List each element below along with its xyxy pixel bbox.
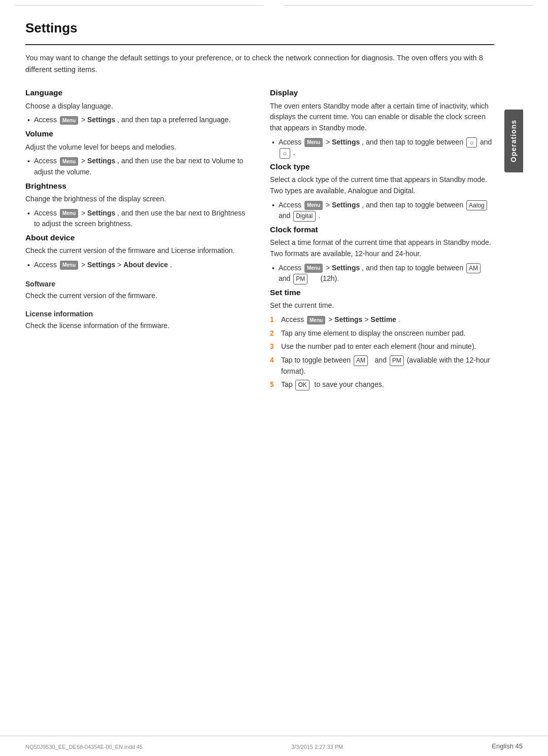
keyword-settings: Settings [87,116,115,124]
icon-am: AM [466,263,481,274]
number-5: 5 [270,379,277,390]
bullet-text-clock-type: Access Menu > Settings , and then tap to… [279,200,494,222]
number-2: 2 [270,328,277,339]
icon-ok: OK [295,380,309,390]
number-3: 3 [270,341,277,352]
page-wrapper: Settings You may want to change the defa… [0,0,548,756]
footer-right-text: English 45 [492,741,523,751]
numbered-item-4: 4 Tap to toggle between AM and PM (avali… [270,355,494,377]
numbered-item-3: 3 Use the number pad to enter each eleme… [270,341,494,352]
section-title-volume: Volume [25,128,250,139]
section-title-brightness: Brightness [25,180,250,192]
bullet-dot-volume: • [27,156,30,167]
keyword-settings-display: Settings [332,138,360,146]
sub-section-software: Software Check the current version of th… [25,279,250,302]
section-desc-brightness: Change the brightness of the display scr… [25,194,250,205]
section-about-device: About device Check the current version o… [25,232,250,271]
section-set-time: Set time Set the current time. 1 Access … [270,286,494,390]
col-left: Language Choose a display language. • Ac… [25,87,250,393]
left-content: Settings You may want to change the defa… [25,8,504,721]
main-content: Settings You may want to change the defa… [0,8,548,721]
keyword-settings-brightness: Settings [87,209,115,217]
keyword-settings-about: Settings [87,261,115,269]
section-language: Language Choose a display language. • Ac… [25,87,250,126]
sub-section-label-license: License information [25,309,250,319]
section-volume: Volume Adjust the volume level for beeps… [25,128,250,177]
section-title-about: About device [25,232,250,243]
section-title-clock-type: Clock type [270,161,494,172]
section-title-clock-format: Clock format [270,224,494,235]
sub-section-text-software: Check the current version of the firmwar… [25,291,250,302]
number-1: 1 [270,314,277,325]
menu-icon-volume: Menu [60,157,78,166]
bullet-clock-type: • Access Menu > Settings , and then tap … [270,200,494,222]
section-desc-about: Check the current version of the firmwar… [25,245,250,257]
bullet-text-brightness: Access Menu > Settings , and then use th… [34,208,250,230]
menu-icon-clock-format: Menu [304,264,323,273]
numbered-item-2: 2 Tap any time element to display the on… [270,328,494,339]
top-decorative-lines [0,5,548,6]
numbered-text-4: Tap to toggle between AM and PM (avaliab… [281,355,494,377]
numbered-text-5: Tap OK to save your changes. [281,379,384,390]
menu-icon-clock-type: Menu [304,201,323,210]
icon-sun2: ☼ [280,148,290,159]
section-brightness: Brightness Change the brightness of the … [25,180,250,230]
section-desc-clock-type: Select a clock type of the current time … [270,174,494,196]
bullet-dot-display: • [272,137,275,148]
section-clock-type: Clock type Select a clock type of the cu… [270,161,494,222]
bullet-volume: • Access Menu > Settings , and then use … [25,156,250,177]
bullet-clock-format: • Access Menu > Settings , and then tap … [270,263,494,284]
two-columns-layout: Language Choose a display language. • Ac… [25,87,494,393]
numbered-list-set-time: 1 Access Menu > Settings > Settime . 2 T… [270,314,494,390]
numbered-item-5: 5 Tap OK to save your changes. [270,379,494,390]
menu-icon-display: Menu [304,138,323,147]
footer-timestamp: 3/3/2015 2:27:33 PM [291,743,343,751]
section-desc-volume: Adjust the volume level for beeps and me… [25,142,250,153]
keyword-settime: Settime [370,315,396,323]
section-title-display: Display [270,87,494,98]
bullet-dot-about: • [27,260,30,271]
numbered-item-1: 1 Access Menu > Settings > Settime . [270,314,494,326]
section-desc-language: Choose a display language. [25,101,250,112]
icon-pm-settime: PM [390,355,404,366]
numbered-text-1: Access Menu > Settings > Settime . [281,314,400,326]
bullet-text-clock-format: Access Menu > Settings , and then tap to… [279,263,494,284]
bullet-dot-clock-format: • [272,263,275,274]
section-display: Display The oven enters Standby mode aft… [270,87,494,159]
bullet-text-about: Access Menu > Settings > About device . [34,260,172,271]
bullet-text-display: Access Menu > Settings , and then tap to… [279,137,494,159]
section-title-language: Language [25,87,250,98]
bullet-text-volume: Access Menu > Settings , and then use th… [34,156,250,177]
bullet-text-language: Access Menu > Settings , and then tap a … [34,115,231,126]
footer-left-text: NQ50J9530_EE_DE68-04354E-00_EN.indd 45 [25,743,143,751]
icon-analog: Aalog [466,200,487,211]
numbered-text-3: Use the number pad to enter each element… [281,341,476,352]
bullet-dot-brightness: • [27,208,30,219]
bullet-dot: • [27,115,30,126]
keyword-settings-volume: Settings [87,157,115,165]
sub-section-text-license: Check the license information of the fir… [25,320,250,332]
bullet-dot-clock-type: • [272,200,275,211]
top-line-left [15,5,264,6]
top-line-right [284,5,533,6]
right-sidebar: Operations [504,8,523,721]
section-title-set-time: Set time [270,286,494,298]
menu-icon-language: Menu [60,116,78,125]
bullet-about: • Access Menu > Settings > About device … [25,260,250,271]
number-4: 4 [270,355,277,366]
icon-am-settime: AM [354,355,368,366]
menu-icon-settime: Menu [307,316,325,325]
keyword-settings-settime: Settings [334,315,362,323]
icon-sun1: ☼ [466,137,477,148]
section-desc-clock-format: Select a time format of the current time… [270,237,494,259]
footer: NQ50J9530_EE_DE68-04354E-00_EN.indd 45 3… [0,736,548,757]
menu-icon-brightness: Menu [60,209,78,218]
page-title: Settings [25,18,494,38]
sidebar-tab-operations: Operations [504,110,523,172]
numbered-text-2: Tap any time element to display the onsc… [281,328,465,339]
section-clock-format: Clock format Select a time format of the… [270,224,494,284]
bullet-brightness: • Access Menu > Settings , and then use … [25,208,250,230]
keyword-settings-clock-format: Settings [332,264,360,272]
keyword-settings-clock-type: Settings [332,201,360,209]
intro-text: You may want to change the default setti… [25,52,494,76]
